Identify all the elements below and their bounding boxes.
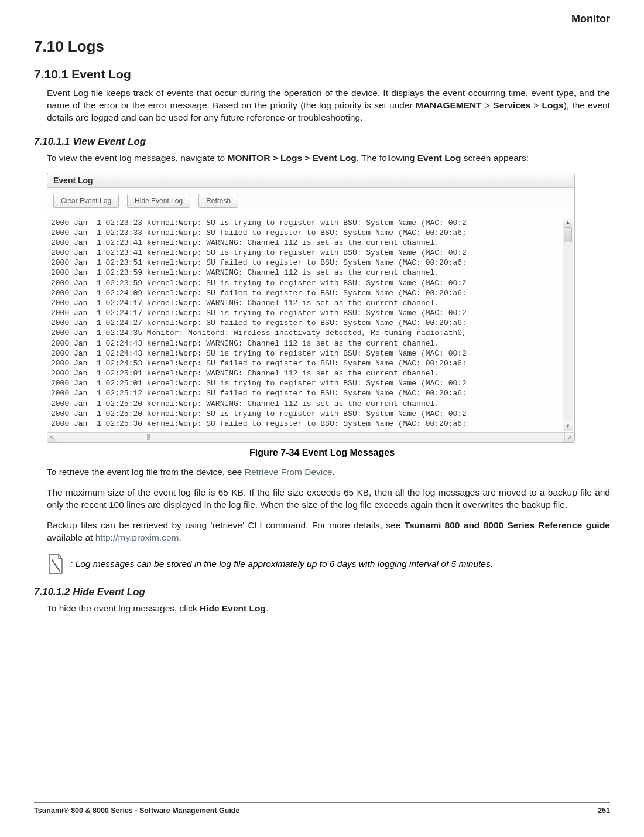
view-event-log-lead: To view the event log messages, navigate… [47,152,610,165]
scroll-down-icon[interactable]: ▼ [563,422,573,431]
text: > [530,100,542,110]
note-row: : Log messages can be stored in the log … [47,554,610,575]
max-size-paragraph: The maximum size of the event log file i… [47,487,610,511]
scroll-grip-icon [147,434,150,440]
path-services: Services [493,100,530,110]
proxim-link[interactable]: http://my.proxim.com [95,532,179,542]
log-viewport: 2000 Jan 1 02:23:23 kernel:Worp: SU is t… [47,213,574,432]
retrieve-paragraph: To retrieve the event log file from the … [47,466,610,479]
nav-path: MONITOR > Logs > Event Log [227,153,356,163]
hide-event-log-text: To hide the event log messages, click Hi… [47,603,610,615]
text: . The following [357,153,417,163]
reference-guide-title: Tsunami 800 and 8000 Series Reference gu… [405,520,610,530]
backup-files-paragraph: Backup files can be retrieved by using '… [47,520,610,544]
text: To retrieve the event log file from the … [47,467,245,477]
text: . [266,603,268,613]
vertical-scrollbar[interactable]: ▲ ▼ [563,218,573,431]
event-log-intro: Event Log file keeps track of events tha… [47,87,610,124]
text: To hide the event log messages, click [47,603,200,613]
refresh-button[interactable]: Refresh [198,194,238,208]
text: Backup files can be retrieved by using '… [47,520,405,530]
figure-caption: Figure 7-34 Event Log Messages [34,447,610,458]
footer-title: Tsunami® 800 & 8000 Series - Software Ma… [34,807,239,815]
path-logs: Logs [542,100,564,110]
log-lines: 2000 Jan 1 02:23:23 kernel:Worp: SU is t… [51,218,571,431]
heading-logs: 7.10 Logs [34,37,610,56]
scroll-left-icon[interactable]: < [47,433,57,442]
header-rule [34,29,610,29]
page-footer: Tsunami® 800 & 8000 Series - Software Ma… [34,802,610,815]
heading-hide-event-log: 7.10.1.2 Hide Event Log [34,586,610,598]
heading-event-log: 7.10.1 Event Log [34,67,610,81]
text: . [333,467,335,477]
text: screen appears: [461,153,529,163]
text: available at [47,532,95,542]
scroll-up-icon[interactable]: ▲ [563,218,573,227]
hide-event-log-label: Hide Event Log [200,603,266,613]
note-text: : Log messages can be stored in the log … [70,559,493,569]
text: . [179,532,181,542]
event-log-toolbar: Clear Event Log Hide Event Log Refresh [47,188,574,213]
scroll-thumb[interactable] [564,227,572,242]
hide-event-log-button[interactable]: Hide Event Log [127,194,190,208]
text: > [482,100,494,110]
horizontal-scrollbar[interactable]: < > [47,432,574,442]
page-number: 251 [598,807,610,815]
scroll-right-icon[interactable]: > [564,433,574,442]
retrieve-from-device-link[interactable]: Retrieve From Device [245,467,333,477]
note-icon [47,554,64,575]
path-management: MANAGEMENT [416,100,482,110]
heading-view-event-log: 7.10.1.1 View Event Log [34,136,610,148]
page-section: Monitor [34,13,610,25]
screen-name: Event Log [417,153,461,163]
text: To view the event log messages, navigate… [47,153,227,163]
panel-title: Event Log [47,173,574,188]
clear-event-log-button[interactable]: Clear Event Log [53,194,119,208]
event-log-screenshot: Event Log Clear Event Log Hide Event Log… [47,173,575,443]
